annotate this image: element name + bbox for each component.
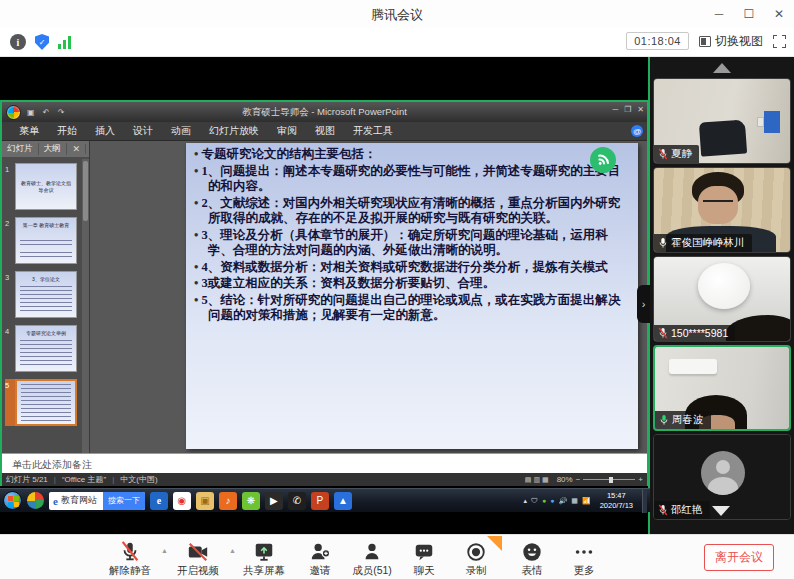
thumbnails-scrollbar[interactable]: [82, 159, 89, 453]
participant-tile-4-speaking[interactable]: 周春波: [653, 345, 791, 431]
zoom-level: 80%: [557, 475, 573, 484]
maximize-button[interactable]: ☐: [734, 0, 764, 28]
close-button[interactable]: ✕: [764, 0, 794, 28]
start-video-button[interactable]: 开启视频 ▲: [164, 539, 232, 578]
taskbar-search-box[interactable]: e 教育网站 搜索一下: [49, 492, 145, 510]
system-tray[interactable]: ▴🛡●●🔊▦📶: [524, 497, 591, 505]
phone-app-icon[interactable]: ✆: [288, 492, 306, 510]
browser-circles-icon[interactable]: ◉: [173, 492, 191, 510]
mic-muted-icon: [658, 327, 668, 339]
tab-outline[interactable]: 大纲: [39, 143, 67, 155]
members-button[interactable]: 成员(51): [344, 539, 400, 578]
slide-thumbnail-4[interactable]: 4 专题研究论文举例: [5, 325, 82, 372]
video-app-icon[interactable]: ▶: [265, 492, 283, 510]
ppt-minimize-button[interactable]: ─: [612, 105, 618, 114]
scroll-down-arrow[interactable]: [712, 506, 730, 516]
security-shield-icon[interactable]: ✓: [35, 34, 49, 50]
zoom-out-icon[interactable]: −: [576, 475, 581, 484]
powerpoint-icon[interactable]: P: [311, 492, 329, 510]
network-signal-icon[interactable]: [58, 36, 71, 49]
switch-view-button[interactable]: 切换视图: [699, 33, 763, 50]
ie-icon[interactable]: e: [150, 492, 168, 510]
tencent-meeting-window: 腾讯会议 ─ ☐ ✕ i ✓ 01:18:04 切换视图: [0, 0, 794, 579]
slides-panel: 幻灯片 大纲 ✕ 1 教育硕士、教学论文指导会议 2 第一章 教育硕士教育: [2, 141, 90, 453]
meeting-app-icon[interactable]: ▲: [334, 492, 352, 510]
unmute-button[interactable]: 解除静音 ▲: [96, 539, 164, 578]
scroll-up-arrow[interactable]: [713, 63, 731, 73]
meeting-control-bar: 解除静音 ▲ 开启视频 ▲ 共享屏幕 邀请 成员(51): [0, 534, 794, 579]
share-screen-button[interactable]: 共享屏幕: [232, 539, 296, 578]
theme-name: “Office 主题”: [62, 474, 106, 485]
layout-icon: [699, 36, 711, 47]
orange-app-icon[interactable]: ♪: [219, 492, 237, 510]
meeting-info-icon[interactable]: i: [10, 34, 26, 50]
participant-tile-1[interactable]: 夏静: [653, 78, 791, 164]
ribbon-tab-developer[interactable]: 开发工具: [344, 124, 402, 138]
search-button[interactable]: 搜索一下: [103, 492, 145, 510]
participant-name: 周春波: [672, 413, 704, 427]
invite-icon: [309, 541, 331, 563]
start-button[interactable]: [3, 491, 22, 510]
ribbon-tab-home[interactable]: 开始: [48, 124, 86, 138]
emoji-button[interactable]: 表情: [504, 539, 560, 578]
record-icon: [465, 541, 487, 563]
ppt-close-button[interactable]: ✕: [637, 105, 644, 114]
slide-thumbnail-2[interactable]: 2 第一章 教育硕士教育: [5, 217, 82, 264]
folder-icon[interactable]: ▣: [196, 492, 214, 510]
slide-thumbnail-1[interactable]: 1 教育硕士、教学论文指导会议: [5, 163, 82, 210]
participant-tile-3[interactable]: 150****5981: [653, 256, 791, 342]
mic-on-icon: [658, 237, 668, 249]
ribbon-tab-design[interactable]: 设计: [124, 124, 162, 138]
slide-indicator: 幻灯片 5/21: [6, 474, 48, 485]
chat-button[interactable]: 聊天: [400, 539, 448, 578]
zoom-in-icon[interactable]: +: [638, 475, 643, 484]
record-button[interactable]: 录制: [448, 539, 504, 578]
slide-thumbnail-3[interactable]: 3 3、学位论文: [5, 271, 82, 318]
zoom-slider[interactable]: [583, 479, 635, 480]
panel-close-icon[interactable]: ✕: [67, 144, 86, 154]
sharing-indicator-icon: [590, 147, 616, 173]
shared-screen-area: ▣ ↶ ↷ 教育硕士导师会 - Microsoft PowerPoint ─ ❐…: [0, 57, 650, 534]
more-button[interactable]: 更多: [560, 539, 608, 578]
powerpoint-window: ▣ ↶ ↷ 教育硕士导师会 - Microsoft PowerPoint ─ ❐…: [0, 100, 649, 486]
minimize-button[interactable]: ─: [704, 0, 734, 28]
search-text[interactable]: 教育网站: [61, 494, 97, 507]
view-mode-icons[interactable]: ▤▥▦: [525, 476, 551, 484]
language-indicator: 中文(中国): [120, 474, 157, 485]
emoji-icon: [521, 541, 543, 563]
mic-muted-icon: [658, 504, 668, 516]
ppt-window-title: 教育硕士导师会 - Microsoft PowerPoint: [2, 106, 647, 119]
invite-button[interactable]: 邀请: [296, 539, 344, 578]
ppt-maximize-button[interactable]: ❐: [624, 105, 631, 114]
notes-placeholder[interactable]: 单击此处添加备注: [2, 453, 647, 473]
ppt-status-bar: 幻灯片 5/21 | “Office 主题” | 中文(中国) ▤▥▦ 80% …: [2, 473, 647, 486]
slide-thumbnail-5-selected[interactable]: 5: [5, 379, 82, 426]
help-icon[interactable]: [631, 125, 643, 137]
ribbon-tab-slideshow[interactable]: 幻灯片放映: [200, 124, 268, 138]
members-icon: [361, 541, 383, 563]
participant-name: 霍俊国峥峥林川: [671, 236, 745, 250]
ppt-titlebar: ▣ ↶ ↷ 教育硕士导师会 - Microsoft PowerPoint ─ ❐…: [2, 102, 647, 122]
ribbon-tab-insert[interactable]: 插入: [86, 124, 124, 138]
window-title: 腾讯会议: [0, 6, 794, 24]
chat-icon: [413, 541, 435, 563]
promo-badge: [487, 536, 502, 551]
fullscreen-icon[interactable]: [773, 35, 786, 48]
leave-meeting-button[interactable]: 离开会议: [704, 544, 774, 571]
ribbon-tab-view[interactable]: 视图: [306, 124, 344, 138]
window-titlebar: 腾讯会议 ─ ☐ ✕: [0, 0, 794, 28]
ribbon-tab-animation[interactable]: 动画: [162, 124, 200, 138]
current-slide[interactable]: 专题研究论文的结构主要包括： 1、问题提出：阐述本专题研究的必要性与可能性，并简…: [186, 143, 638, 449]
tab-slides[interactable]: 幻灯片: [2, 143, 39, 155]
sidebar-collapse-arrow[interactable]: ›: [637, 285, 650, 323]
ribbon-tab-menu[interactable]: 菜单: [10, 124, 48, 138]
show-desktop-button[interactable]: [642, 489, 647, 513]
browser-e-icon: e: [53, 495, 58, 507]
pinwheel-app-icon[interactable]: [27, 492, 44, 509]
green-app-icon[interactable]: ❋: [242, 492, 260, 510]
participant-tile-2[interactable]: 霍俊国峥峥林川: [653, 167, 791, 253]
main-area: ▣ ↶ ↷ 教育硕士导师会 - Microsoft PowerPoint ─ ❐…: [0, 57, 794, 534]
ribbon-tab-review[interactable]: 审阅: [268, 124, 306, 138]
taskbar-clock[interactable]: 15:47 2020/7/13: [596, 491, 637, 511]
participant-name: 夏静: [671, 147, 692, 161]
